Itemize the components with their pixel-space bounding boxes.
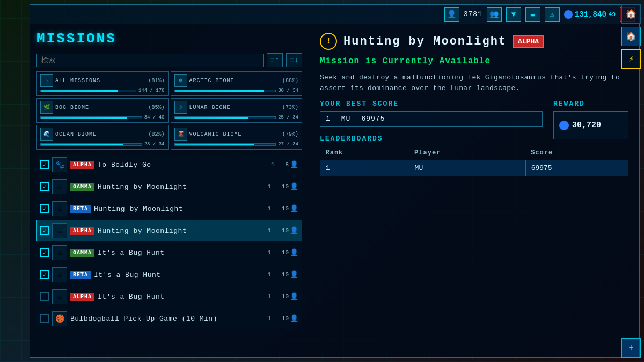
people-icon: 👤 (444, 7, 459, 22)
score-section: YOUR BEST SCORE 1 MU 69975 (320, 100, 543, 128)
filter-asc-button[interactable]: ≡↑ (267, 53, 283, 67)
score-unit: MU (341, 115, 351, 123)
mission-name-0: To Boldly Go (98, 161, 268, 169)
tier-badge-2: BETA (70, 205, 91, 213)
mission-players-0: 1 - 8 👤 (271, 160, 298, 169)
biome-item-1[interactable]: ❄ ARCTIC BIOME (88%) 30 / 34 (171, 71, 303, 96)
biome-name-3: LUNAR BIOME (189, 105, 280, 110)
alert-icon-top[interactable]: ⚠ (545, 7, 560, 22)
biome-item-2[interactable]: 🌿 BOG BIOME (85%) 34 / 40 (36, 98, 169, 123)
sidebar-home-icon[interactable]: 🏠 (621, 4, 641, 24)
sidebar-home2-icon[interactable]: 🏠 (621, 27, 641, 46)
mission-players-7: 1 - 10 👤 (267, 314, 298, 323)
biome-icon-5: 🌋 (174, 128, 187, 141)
biome-icon-1: ❄ (174, 74, 187, 87)
biome-item-4[interactable]: 🌊 OCEAN BIOME (82%) 28 / 34 (36, 125, 169, 150)
mission-row-4[interactable]: ✓ ☠ GAMMA It's a Bug Hunt 1 - 10 👤 (36, 242, 302, 263)
mission-name-4: It's a Bug Hunt (98, 249, 264, 257)
lb-score-0: 69975 (525, 160, 628, 176)
friends-icon[interactable]: 👥 (487, 7, 502, 22)
biome-header-3: ☽ LUNAR BIOME (73%) (174, 101, 299, 114)
mission-check-3: ✓ (40, 226, 49, 235)
mission-icon-2: ☠ (52, 201, 67, 216)
detail-alert-icon: ! (320, 33, 337, 50)
biome-name-5: VOLCANIC BIOME (189, 131, 280, 137)
currency-amount: 131,840 (575, 10, 606, 19)
biome-name-4: OCEAN BIOME (55, 131, 146, 137)
gem-icon (564, 10, 573, 19)
sidebar-plus-icon[interactable]: + (621, 338, 641, 358)
sidebar-lightning-icon[interactable]: ⚡ (621, 49, 641, 69)
arrow-down-icon[interactable]: ▼ (506, 7, 521, 22)
tier-badge-6: ALPHA (70, 293, 94, 301)
biome-item-5[interactable]: 🌋 VOLCANIC BIOME (79%) 27 / 34 (171, 125, 303, 150)
biome-pct-2: (85%) (148, 105, 164, 110)
mission-players-5: 1 - 10 👤 (267, 270, 298, 279)
biome-count-1: 30 / 34 (278, 88, 298, 93)
biome-pct-4: (82%) (148, 131, 164, 137)
detail-header: ! Hunting by Moonlight ALPHA (320, 33, 628, 50)
mission-row-0[interactable]: ✓ 🐾 ALPHA To Boldly Go 1 - 8 👤 (36, 154, 302, 175)
mission-check-4: ✓ (40, 248, 49, 257)
left-panel: MISSIONS ≡↑ ≡↓ ⚠ ALL MISSIONS (81%) 144 … (30, 24, 309, 357)
biome-count-0: 144 / 176 (138, 88, 165, 93)
score-rank: 1 (326, 115, 331, 123)
leaderboard-label: LEADERBOARDS (320, 135, 628, 143)
top-bar: 👤 3781 👥 ▼ ▬ ⚠ 131,840 49 ✕ (30, 4, 640, 24)
mission-name-2: Hunting by Moonlight (94, 205, 264, 213)
detail-tier-badge: ALPHA (513, 35, 544, 48)
biome-icon-2: 🌿 (40, 101, 53, 114)
description-text: Seek and destroy a malfunctioning Tek Gi… (320, 72, 628, 93)
mission-row-7[interactable]: 🏀 Bulbdogball Pick-Up Game (10 Min) 1 - … (36, 308, 302, 329)
biome-item-0[interactable]: ⚠ ALL MISSIONS (81%) 144 / 176 (36, 71, 169, 96)
filter-desc-button[interactable]: ≡↓ (286, 53, 302, 67)
right-sidebar: 🏠 🏠 ⚡ + (618, 0, 644, 362)
player-icon-1: 👤 (290, 182, 298, 191)
lb-rank-0: 1 (320, 160, 409, 176)
score-bar: 1 MU 69975 (320, 111, 543, 127)
biome-progress-fill-4 (41, 144, 123, 145)
mission-players-1: 1 - 10 👤 (267, 182, 298, 191)
leaderboard-row-0: 1 MU 69975 (320, 160, 628, 176)
search-input[interactable] (36, 54, 264, 67)
right-panel: ! Hunting by Moonlight ALPHA Mission is … (309, 24, 639, 357)
biome-progress-fill-1 (175, 90, 264, 92)
biome-progress-bg-2 (40, 116, 142, 119)
biome-progress-fill-3 (175, 117, 248, 119)
mission-row-6[interactable]: ☠ ALPHA It's a Bug Hunt 1 - 10 👤 (36, 286, 302, 307)
mission-players-4: 1 - 10 👤 (267, 248, 298, 257)
mission-players-3: 1 - 10 👤 (267, 226, 298, 235)
biome-pct-5: (79%) (282, 131, 298, 137)
mission-icon-6: ☠ (52, 289, 67, 304)
leaderboard-table: Rank Player Score 1 MU 69975 (320, 146, 628, 176)
bar-icon[interactable]: ▬ (525, 7, 540, 22)
mission-row-2[interactable]: ✓ ☠ BETA Hunting by Moonlight 1 - 10 👤 (36, 198, 302, 219)
col-score: Score (525, 146, 628, 160)
mission-row-1[interactable]: ✓ ☠ GAMMA Hunting by Moonlight 1 - 10 👤 (36, 176, 302, 197)
mission-row-5[interactable]: ✓ ☠ BETA It's a Bug Hunt 1 - 10 👤 (36, 264, 302, 285)
biome-progress-bg-3 (174, 116, 276, 119)
main-container: 👤 3781 👥 ▼ ▬ ⚠ 131,840 49 ✕ MISSIONS ≡↑ … (30, 4, 640, 358)
score-reward-row: YOUR BEST SCORE 1 MU 69975 REWARD 30,720 (320, 100, 628, 128)
mission-list: ✓ 🐾 ALPHA To Boldly Go 1 - 8 👤 ✓ ☠ GAMMA… (36, 154, 302, 351)
col-rank: Rank (320, 146, 409, 160)
mission-name-7: Bulbdogball Pick-Up Game (10 Min) (70, 315, 264, 323)
score-value: 69975 (361, 115, 385, 123)
biome-item-3[interactable]: ☽ LUNAR BIOME (73%) 25 / 34 (171, 98, 303, 123)
player-icon-0: 👤 (290, 160, 298, 169)
reward-section: REWARD 30,720 (553, 100, 628, 128)
missions-title: MISSIONS (36, 31, 302, 47)
player-icon-5: 👤 (290, 270, 298, 279)
biome-progress-row-4: 28 / 34 (40, 142, 165, 147)
biome-progress-bg-4 (40, 143, 142, 146)
biome-icon-0: ⚠ (40, 74, 53, 87)
biome-name-1: ARCTIC BIOME (189, 78, 280, 84)
mission-check-6 (40, 292, 49, 301)
mission-players-2: 1 - 10 👤 (267, 204, 298, 213)
search-filter-row: ≡↑ ≡↓ (36, 53, 302, 67)
mission-row-3[interactable]: ✓ ☠ ALPHA Hunting by Moonlight 1 - 10 👤 (36, 220, 302, 241)
leaderboard-section: LEADERBOARDS Rank Player Score 1 MU 6997… (320, 135, 628, 349)
mission-players-6: 1 - 10 👤 (267, 292, 298, 301)
mission-icon-5: ☠ (52, 267, 67, 282)
mission-name-3: Hunting by Moonlight (98, 227, 264, 235)
